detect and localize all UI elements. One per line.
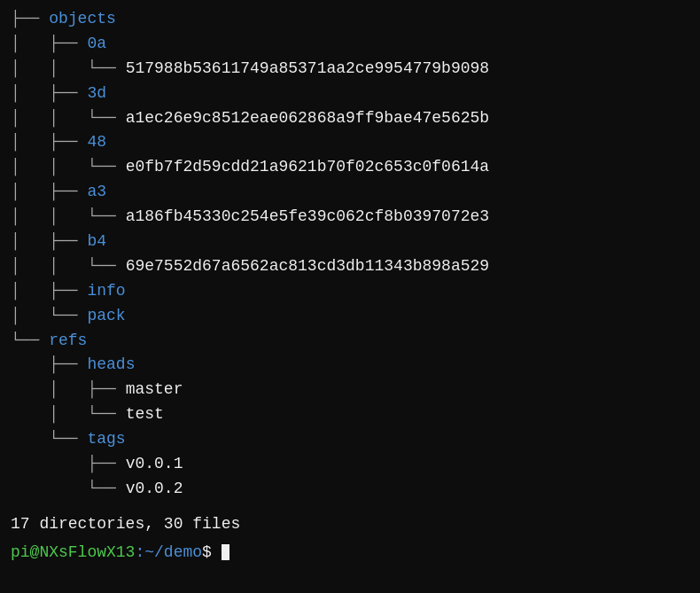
tree-file-name: 69e7552d67a6562ac813cd3db11343b898a529 xyxy=(126,257,489,275)
tree-dir-name: heads xyxy=(87,355,135,373)
tree-container: ├── objects│ ├── 0a│ │ └── 517988b536117… xyxy=(11,7,700,502)
tree-indent: │ │ └── xyxy=(11,257,126,275)
tree-indent: │ └── xyxy=(11,405,126,423)
tree-indent: │ ├── xyxy=(11,380,126,398)
tree-indent: └── xyxy=(11,430,87,448)
tree-indent: │ └── xyxy=(11,307,87,324)
tree-file-name: v0.0.2 xyxy=(126,480,183,497)
tree-item: └── tags xyxy=(11,427,700,452)
tree-file-name: master xyxy=(126,380,183,398)
tree-item: │ ├── master xyxy=(11,378,700,402)
tree-item: │ │ └── 517988b53611749a85371aa2ce995477… xyxy=(11,57,700,82)
tree-indent: ├── xyxy=(11,10,49,27)
tree-indent: │ │ └── xyxy=(11,158,126,176)
tree-dir-name: objects xyxy=(49,10,116,27)
tree-item: │ │ └── a186fb45330c254e5fe39c062cf8b039… xyxy=(11,205,700,230)
tree-indent: │ ├── xyxy=(11,232,87,250)
tree-indent: │ │ └── xyxy=(11,109,126,127)
tree-indent: └── xyxy=(11,332,49,349)
tree-file-name: a186fb45330c254e5fe39c062cf8b0397072e3 xyxy=(126,207,489,225)
terminal-output: ├── objects│ ├── 0a│ │ └── 517988b536117… xyxy=(11,7,700,566)
tree-indent: │ │ └── xyxy=(11,207,126,225)
tree-item: └── v0.0.2 xyxy=(11,477,700,502)
tree-item: │ └── pack xyxy=(11,304,700,329)
tree-dir-name: refs xyxy=(49,332,87,349)
tree-indent: ├── xyxy=(11,455,126,472)
tree-item: ├── heads xyxy=(11,353,700,378)
tree-item: │ │ └── a1ec26e9c8512eae062868a9ff9bae47… xyxy=(11,106,700,131)
tree-indent: │ ├── xyxy=(11,183,87,200)
tree-file-name: test xyxy=(126,405,164,423)
tree-dir-name: info xyxy=(87,282,125,300)
tree-indent: ├── xyxy=(11,355,87,373)
tree-indent: │ ├── xyxy=(11,84,87,102)
tree-file-name: 517988b53611749a85371aa2ce9954779b9098 xyxy=(126,59,489,77)
tree-file-name: a1ec26e9c8512eae062868a9ff9bae47e5625b xyxy=(126,109,489,127)
tree-item: │ ├── a3 xyxy=(11,180,700,205)
tree-item: │ └── test xyxy=(11,402,700,427)
tree-item: │ ├── 0a xyxy=(11,32,700,57)
tree-dir-name: 48 xyxy=(87,133,106,151)
tree-indent: │ │ └── xyxy=(11,59,126,77)
tree-item: └── refs xyxy=(11,329,700,354)
tree-indent: │ ├── xyxy=(11,282,87,300)
tree-file-name: e0fb7f2d59cdd21a9621b70f02c653c0f0614a xyxy=(126,158,489,176)
tree-item: ├── objects xyxy=(11,7,700,32)
tree-indent: └── xyxy=(11,480,126,497)
tree-item: ├── v0.0.1 xyxy=(11,452,700,477)
tree-dir-name: tags xyxy=(87,430,125,448)
prompt-path: :~/demo xyxy=(135,543,202,561)
summary-text: 17 directories, 30 files xyxy=(11,515,240,533)
tree-item: │ ├── 48 xyxy=(11,130,700,155)
tree-item: │ │ └── e0fb7f2d59cdd21a9621b70f02c653c0… xyxy=(11,155,700,180)
tree-indent: │ ├── xyxy=(11,35,87,52)
tree-item: │ ├── info xyxy=(11,279,700,304)
prompt-user: pi@NXsFlowX13 xyxy=(11,543,135,561)
tree-item: │ ├── 3d xyxy=(11,82,700,106)
tree-dir-name: pack xyxy=(87,307,125,324)
prompt-line: pi@NXsFlowX13:~/demo$ xyxy=(11,541,700,566)
tree-dir-name: b4 xyxy=(87,232,106,250)
tree-file-name: v0.0.1 xyxy=(126,455,183,472)
tree-dir-name: 3d xyxy=(87,84,106,102)
tree-indent: │ ├── xyxy=(11,133,87,151)
tree-dir-name: a3 xyxy=(87,183,106,200)
tree-dir-name: 0a xyxy=(87,35,106,52)
tree-item: │ │ └── 69e7552d67a6562ac813cd3db11343b8… xyxy=(11,254,700,279)
tree-item: │ ├── b4 xyxy=(11,230,700,254)
cursor xyxy=(222,544,229,560)
prompt-symbol: $ xyxy=(202,543,212,561)
summary-line: 17 directories, 30 files xyxy=(11,512,700,537)
